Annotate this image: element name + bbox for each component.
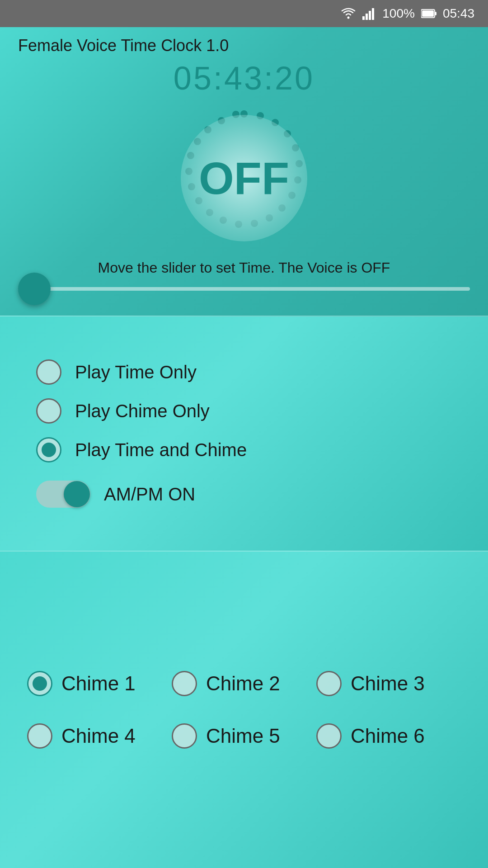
chime-1-option[interactable]: Chime 1 [27, 671, 172, 696]
ampm-toggle[interactable] [36, 481, 90, 508]
chime-row-2: Chime 4 Chime 5 Chime 6 [27, 723, 461, 749]
chime-6-label: Chime 6 [351, 725, 425, 747]
chime-2-label: Chime 2 [206, 672, 280, 695]
chime-5-radio[interactable] [172, 723, 197, 749]
play-time-only-row[interactable]: Play Time Only [36, 359, 452, 385]
status-bar: 100% 05:43 [0, 0, 488, 27]
chimes-section: Chime 1 Chime 2 Chime 3 Chime 4 Chime 5 … [0, 552, 488, 868]
play-time-and-chime-radio[interactable] [36, 437, 61, 462]
svg-rect-1 [362, 16, 365, 20]
clock-time-status: 05:43 [443, 6, 474, 21]
play-time-only-radio[interactable] [36, 359, 61, 385]
app-title: Female Voice Time Clock 1.0 [18, 36, 229, 55]
chime-1-label: Chime 1 [61, 672, 136, 695]
chime-4-option[interactable]: Chime 4 [27, 723, 172, 749]
clock-section: Female Voice Time Clock 1.0 05:43:20 [0, 27, 488, 316]
power-state-text[interactable]: OFF [181, 115, 307, 241]
chime-3-label: Chime 3 [351, 672, 425, 695]
battery-text: 100% [382, 6, 415, 21]
time-slider-container[interactable] [18, 287, 470, 291]
chime-4-label: Chime 4 [61, 725, 136, 747]
play-chime-only-radio[interactable] [36, 398, 61, 424]
svg-rect-7 [422, 10, 434, 17]
svg-point-0 [347, 17, 350, 19]
chime-6-option[interactable]: Chime 6 [316, 723, 461, 749]
chime-1-radio[interactable] [27, 671, 52, 696]
chime-6-radio[interactable] [316, 723, 342, 749]
chime-1-selected [33, 676, 47, 691]
chime-row-1: Chime 1 Chime 2 Chime 3 [27, 671, 461, 696]
slider-track[interactable] [18, 287, 470, 291]
power-toggle-area[interactable]: OFF [172, 106, 316, 250]
current-time: 05:43:20 [174, 60, 314, 97]
svg-rect-4 [372, 8, 374, 20]
play-time-and-chime-label: Play Time and Chime [75, 440, 247, 460]
signal-icon [362, 7, 376, 20]
ampm-label: AM/PM ON [104, 484, 195, 505]
toggle-knob [64, 481, 90, 507]
chime-5-option[interactable]: Chime 5 [172, 723, 316, 749]
svg-rect-3 [369, 11, 371, 20]
play-chime-only-row[interactable]: Play Chime Only [36, 398, 452, 424]
slider-instruction: Move the slider to set Time. The Voice i… [98, 259, 390, 276]
battery-icon [421, 9, 436, 19]
wifi-icon [341, 7, 356, 20]
play-chime-only-label: Play Chime Only [75, 401, 210, 421]
svg-rect-6 [435, 12, 436, 15]
chime-3-option[interactable]: Chime 3 [316, 671, 461, 696]
radio-selected-indicator [42, 443, 56, 457]
svg-rect-2 [366, 14, 368, 20]
chime-5-label: Chime 5 [206, 725, 280, 747]
chime-2-option[interactable]: Chime 2 [172, 671, 316, 696]
chime-4-radio[interactable] [27, 723, 52, 749]
play-time-only-label: Play Time Only [75, 362, 197, 382]
play-time-and-chime-row[interactable]: Play Time and Chime [36, 437, 452, 462]
chime-3-radio[interactable] [316, 671, 342, 696]
chime-2-radio[interactable] [172, 671, 197, 696]
options-section: Play Time Only Play Chime Only Play Time… [0, 316, 488, 552]
ampm-toggle-row[interactable]: AM/PM ON [36, 476, 452, 508]
slider-thumb[interactable] [18, 273, 51, 305]
status-icons: 100% 05:43 [341, 6, 474, 21]
